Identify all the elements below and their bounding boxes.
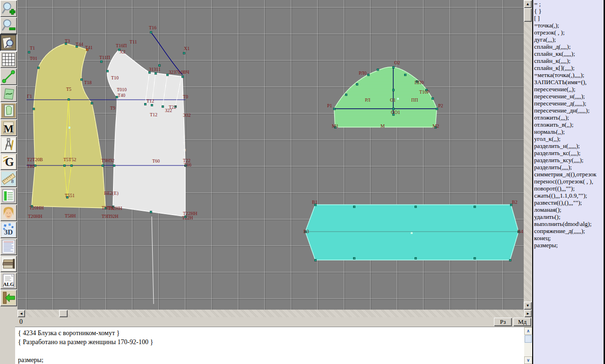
- function-item[interactable]: симметрия_л((),отрезок: [534, 171, 604, 178]
- toolbar-ruler-button[interactable]: 8: [0, 170, 17, 187]
- toolbar-books-button[interactable]: [0, 255, 17, 272]
- toolbar-exit-button[interactable]: [0, 289, 17, 306]
- function-item[interactable]: нормаль(,,);: [534, 128, 604, 135]
- point-label: Т41: [85, 45, 93, 50]
- vscroll-track[interactable]: [524, 0, 532, 310]
- toolbar-alg-doc-button[interactable]: ALG: [0, 272, 17, 289]
- toolbar-zoom-in-button[interactable]: [0, 0, 17, 17]
- toolbar-three-d-button[interactable]: 3D: [0, 221, 17, 238]
- point-marker: [183, 52, 185, 54]
- toolbar-pattern-sheet-button[interactable]: [0, 102, 17, 119]
- point-label: с: [183, 134, 185, 139]
- function-item[interactable]: пересечение_д(,,,,,);: [534, 100, 604, 107]
- function-item[interactable]: сопряжение_д(,,,,,);: [534, 227, 604, 234]
- point-marker: [151, 104, 153, 106]
- function-item[interactable]: =метка(точка(,),,,,);: [534, 71, 604, 78]
- editor-scrollbar[interactable]: ∧ ∨: [524, 327, 532, 364]
- point-marker: [113, 165, 115, 166]
- function-item[interactable]: пересечение(,,);: [534, 86, 604, 93]
- toolbar-zoom-out-button[interactable]: [0, 17, 17, 34]
- toolbar-sheet-view-button[interactable]: [0, 34, 17, 51]
- toolbar-text-list-button[interactable]: [0, 238, 17, 255]
- scroll-right-arrow-icon[interactable]: ►: [524, 310, 532, 317]
- code-line: [18, 347, 523, 355]
- function-item[interactable]: отложить(,,,);: [534, 114, 604, 121]
- function-item[interactable]: угол_к(,,);: [534, 135, 604, 142]
- function-item[interactable]: сплайн_кк(,,,,,);: [534, 50, 604, 57]
- toolbar-letter-g-button[interactable]: G: [0, 153, 17, 170]
- function-item[interactable]: сплайн_к(,,,,);: [534, 57, 604, 64]
- function-item[interactable]: ломаная();: [534, 206, 604, 213]
- function-item[interactable]: размеры;: [534, 242, 604, 249]
- point-marker: [166, 74, 168, 76]
- function-item[interactable]: разделить_кс(,,,,);: [534, 149, 604, 156]
- point-marker: [182, 76, 183, 78]
- point-marker: [397, 98, 399, 100]
- point-marker: [158, 64, 160, 66]
- point-label: О1: [390, 97, 396, 103]
- canvas-horizontal-scrollbar[interactable]: ◄ ►: [17, 310, 532, 317]
- function-item[interactable]: сплайн_к[](,,,,);: [534, 64, 604, 71]
- function-item[interactable]: ЗАПИСАТЬ(имя=(),: [534, 78, 604, 86]
- toolbar-segment-button[interactable]: [0, 68, 17, 85]
- point-marker: [155, 72, 156, 74]
- point-marker: [33, 108, 35, 110]
- hscroll-thumb[interactable]: [59, 310, 68, 317]
- function-item[interactable]: пересечение_дн(,,,,,);: [534, 107, 604, 114]
- rz-button[interactable]: Рз: [494, 318, 512, 326]
- function-item[interactable]: отрезок( , );: [534, 29, 604, 36]
- toolbar-grid-button[interactable]: [0, 51, 17, 68]
- scroll-down-arrow-icon[interactable]: ▼: [524, 302, 532, 310]
- toolbar-table-sheet-button[interactable]: [0, 187, 17, 204]
- editor-scroll-thumb[interactable]: [525, 335, 532, 343]
- canvas-vertical-scrollbar[interactable]: ▲ ▼: [524, 0, 532, 310]
- code-editor[interactable]: { 4234 Блузка с воротником-хомут }{ Разр…: [15, 327, 532, 364]
- toolbar-letter-m-button[interactable]: M: [0, 119, 17, 136]
- function-item[interactable]: сжать((),,,1.1,0.9,"");: [534, 192, 604, 199]
- point-label: Т9Н92: [101, 158, 114, 163]
- point-marker: [415, 257, 416, 259]
- point-label: Т44: [76, 42, 83, 47]
- function-item[interactable]: { }: [534, 8, 604, 15]
- point-label: Т58Н: [65, 213, 76, 218]
- piece-sleeve[interactable]: [334, 67, 437, 127]
- point-marker: [144, 103, 146, 105]
- toolbar-draw-tools-button[interactable]: ΣΜΑ: [0, 136, 17, 153]
- function-item[interactable]: разделить_ксу(,,,,);: [534, 156, 604, 164]
- point-marker: [432, 97, 433, 99]
- function-item[interactable]: [ ]: [534, 15, 604, 22]
- point-label: РЛ0: [359, 70, 367, 76]
- point-label: Т11: [130, 39, 137, 44]
- function-item[interactable]: = ;: [534, 0, 604, 8]
- function-item[interactable]: разделить(,,,,);: [534, 164, 604, 171]
- point-marker: [415, 206, 416, 208]
- function-item[interactable]: перенос((),отрезок( , ),: [534, 178, 604, 185]
- function-item[interactable]: отложить_в(,,);: [534, 121, 604, 128]
- toolbar-map-sheet-button[interactable]: [0, 85, 17, 102]
- editor-scroll-down-icon[interactable]: ∨: [524, 356, 532, 364]
- function-item[interactable]: сплайн_д(,,,,);: [534, 43, 604, 50]
- function-item[interactable]: пересечение_н(,,,,);: [534, 93, 604, 100]
- code-text: { 4234 Блузка с воротником-хомут }{ Разр…: [18, 329, 523, 364]
- editor-scroll-up-icon[interactable]: ∧: [524, 327, 532, 335]
- point-label: Т18: [84, 80, 92, 85]
- scroll-up-arrow-icon[interactable]: ▲: [524, 0, 532, 8]
- point-marker: [37, 67, 39, 69]
- point-label: Т01: [30, 56, 37, 61]
- function-item[interactable]: развести((),(),,,"");: [534, 199, 604, 206]
- drawing-canvas[interactable]: Т1Т01Т3Т44Т41Т5Т18Г1Т9Т2Т20ВТ80Т5Т52Т551…: [17, 0, 524, 310]
- function-item[interactable]: выполнить(dmod\alg);: [534, 220, 604, 227]
- toolbar-portrait-button[interactable]: [0, 204, 17, 221]
- function-item[interactable]: разделить_н(,,,,,);: [534, 142, 604, 149]
- scroll-left-arrow-icon[interactable]: ◄: [17, 310, 25, 317]
- function-item[interactable]: поворот((),,,"");: [534, 185, 604, 192]
- function-item[interactable]: =точка(,);: [534, 22, 604, 29]
- vscroll-thumb[interactable]: [524, 8, 532, 22]
- point-marker: [63, 165, 65, 166]
- piece-back-bodice[interactable]: [32, 43, 105, 208]
- function-item[interactable]: дуга(,,,);: [534, 36, 604, 43]
- hscroll-track[interactable]: [17, 310, 532, 317]
- md-button[interactable]: Мд: [513, 318, 531, 326]
- function-item[interactable]: удалить();: [534, 213, 604, 220]
- function-item[interactable]: конец;: [534, 234, 604, 242]
